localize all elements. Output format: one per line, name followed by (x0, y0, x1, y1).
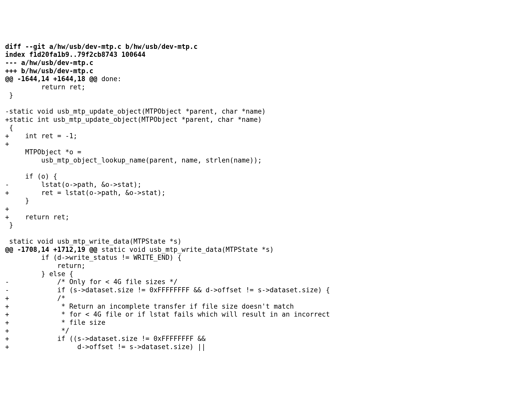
diff-hunk-header: @@ -1644,14 +1644,18 @@ (5, 75, 97, 83)
diff-line: } (5, 91, 507, 100)
diff-line: + int ret = -1; (5, 132, 507, 140)
diff-line: MTPObject *o = (5, 148, 507, 156)
diff-line (5, 229, 507, 238)
diff-line: return ret; (5, 83, 507, 91)
diff-line: + /* (5, 294, 507, 303)
diff-line: -static void usb_mtp_update_object(MTPOb… (5, 107, 507, 116)
diff-line: } (5, 221, 507, 229)
diff-line: +static int usb_mtp_update_object(MTPObj… (5, 116, 507, 124)
diff-hunk-context: static void usb_mtp_write_data(MTPState … (97, 246, 274, 253)
diff-hunk-context: done: (97, 75, 121, 83)
diff-line: return; (5, 262, 507, 270)
diff-line: if (d->write_status != WRITE_END) { (5, 254, 507, 262)
diff-line: static void usb_mtp_write_data(MTPState … (5, 238, 507, 246)
diff-line: + if ((s->dataset.size != 0xFFFFFFFF && (5, 335, 507, 343)
diff-line: + ret = lstat(o->path, &o->stat); (5, 189, 507, 197)
diff-line: + * for < 4G file or if lstat fails whic… (5, 310, 507, 319)
diff-line: { (5, 124, 507, 132)
diff-line: - if (s->dataset.size != 0xFFFFFFFF && d… (5, 286, 507, 294)
diff-line: + (5, 140, 507, 148)
diff-output: diff --git a/hw/usb/dev-mtp.c b/hw/usb/d… (0, 41, 512, 353)
diff-line: + * file size (5, 319, 507, 327)
diff-line: @@ -1708,14 +1712,19 @@ static void usb_… (5, 246, 507, 254)
diff-line: - lstat(o->path, &o->stat); (5, 181, 507, 189)
diff-line: + */ (5, 327, 507, 335)
diff-line: +++ b/hw/usb/dev-mtp.c (5, 67, 507, 75)
diff-line: --- a/hw/usb/dev-mtp.c (5, 59, 507, 67)
diff-line: diff --git a/hw/usb/dev-mtp.c b/hw/usb/d… (5, 43, 507, 51)
diff-line (5, 164, 507, 173)
diff-line: } else { (5, 270, 507, 278)
diff-line: + d->offset != s->dataset.size) || (5, 343, 507, 351)
diff-line (5, 100, 507, 108)
diff-line: + return ret; (5, 213, 507, 221)
diff-line: } (5, 197, 507, 205)
diff-line: + (5, 205, 507, 213)
diff-hunk-header: @@ -1708,14 +1712,19 @@ (5, 246, 97, 253)
diff-line: if (o) { (5, 173, 507, 181)
diff-line: @@ -1644,14 +1644,18 @@ done: (5, 75, 507, 83)
diff-line: usb_mtp_object_lookup_name(parent, name,… (5, 156, 507, 165)
diff-line: + * Return an incomplete transfer if fil… (5, 303, 507, 311)
diff-line: - /* Only for < 4G file sizes */ (5, 278, 507, 286)
diff-line: index f1d20fa1b9..79f2cb8743 100644 (5, 51, 507, 59)
